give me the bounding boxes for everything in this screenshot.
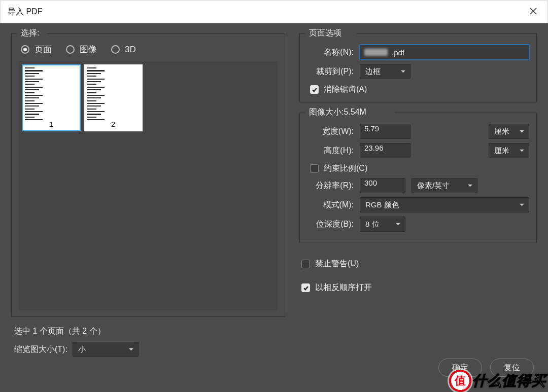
chevron-down-icon [519, 147, 525, 155]
close-icon [529, 6, 537, 18]
image-size-group: 图像大小:5.54M 宽度(W): 5.79 厘米 高度(H): 23.96 [299, 113, 537, 242]
chevron-down-icon [519, 127, 525, 136]
name-label: 名称(N): [307, 47, 354, 58]
name-value: .pdf [392, 48, 404, 57]
resolution-unit-value: 像素/英寸 [417, 181, 450, 191]
name-input[interactable]: .pdf [360, 45, 529, 60]
constrain-label: 约束比例(C) [324, 163, 367, 174]
antialias-label: 消除锯齿(A) [324, 84, 367, 95]
chevron-down-icon [395, 220, 401, 229]
suppress-warnings-label: 禁止警告(U) [315, 259, 359, 269]
redacted-text [364, 49, 388, 56]
page-thumbnail[interactable]: 1 [22, 64, 81, 131]
width-input[interactable]: 5.79 [360, 124, 410, 139]
ok-button[interactable]: 确定 [438, 359, 482, 377]
bitdepth-label: 位深度(B): [307, 219, 354, 230]
reset-button[interactable]: 复位 [490, 359, 534, 377]
mode-value: RGB 颜色 [365, 200, 399, 210]
dialog-body: 选择: 页面 图像 3D [0, 23, 548, 392]
bitdepth-value: 8 位 [365, 220, 380, 229]
select-legend: 选择: [19, 28, 41, 39]
chevron-down-icon [467, 182, 473, 190]
radio-dot-icon [66, 45, 75, 54]
width-label: 宽度(W): [307, 126, 354, 137]
antialias-checkbox[interactable] [310, 85, 319, 94]
radio-3d-label: 3D [125, 45, 136, 55]
height-input[interactable]: 23.96 [360, 143, 410, 158]
resolution-unit-select[interactable]: 像素/英寸 [412, 178, 477, 193]
mode-select[interactable]: RGB 颜色 [360, 197, 529, 212]
height-unit-value: 厘米 [494, 146, 509, 156]
chevron-down-icon [519, 201, 525, 209]
dialog-button-row: 确定 复位 [438, 359, 534, 377]
select-radio-row: 页面 图像 3D [19, 41, 278, 61]
page-options-group: 页面选项 名称(N): .pdf 裁剪到(P): 边框 [299, 33, 537, 102]
height-label: 高度(H): [307, 146, 354, 156]
crop-label: 裁剪到(P): [307, 66, 354, 77]
radio-images[interactable]: 图像 [66, 44, 97, 55]
thumb-size-select[interactable]: 小 [73, 342, 139, 357]
close-button[interactable] [526, 5, 540, 19]
resolution-input[interactable]: 300 [360, 178, 405, 193]
radio-pages-label: 页面 [35, 44, 52, 55]
height-unit-select[interactable]: 厘米 [489, 143, 529, 158]
page-thumbnail[interactable]: 2 [84, 64, 143, 131]
page-options-legend: 页面选项 [307, 28, 344, 39]
reverse-order-checkbox[interactable] [301, 283, 310, 292]
mode-label: 模式(M): [307, 200, 354, 210]
width-unit-value: 厘米 [494, 127, 509, 136]
thumbnail-area[interactable]: 1 2 [19, 61, 278, 310]
thumb-size-value: 小 [78, 345, 86, 354]
titlebar: 导入 PDF [0, 0, 548, 23]
image-size-legend: 图像大小:5.54M [307, 107, 368, 118]
select-group: 选择: 页面 图像 3D [11, 33, 285, 317]
suppress-warnings-checkbox[interactable] [301, 260, 310, 268]
reverse-order-label: 以相反顺序打开 [315, 282, 372, 293]
chevron-down-icon [400, 67, 406, 76]
radio-3d[interactable]: 3D [111, 45, 136, 55]
thumb-page-number: 2 [85, 120, 142, 128]
chevron-down-icon [128, 345, 134, 354]
bitdepth-select[interactable]: 8 位 [360, 217, 405, 232]
radio-images-label: 图像 [80, 44, 97, 55]
crop-value: 边框 [365, 67, 381, 77]
radio-dot-icon [21, 45, 29, 54]
selection-status: 选中 1 个页面（共 2 个） [11, 317, 285, 340]
thumb-page-number: 1 [23, 120, 80, 128]
radio-pages[interactable]: 页面 [21, 44, 52, 55]
crop-select[interactable]: 边框 [360, 64, 410, 79]
radio-dot-icon [111, 45, 120, 54]
misc-options: 禁止警告(U) 以相反顺序打开 [299, 253, 537, 295]
resolution-label: 分辨率(R): [307, 181, 354, 191]
thumb-size-label: 缩览图大小(T): [14, 344, 67, 355]
width-unit-select[interactable]: 厘米 [489, 124, 529, 139]
window-title: 导入 PDF [8, 7, 42, 17]
import-pdf-dialog: 导入 PDF 选择: 页面 [0, 0, 548, 392]
constrain-checkbox[interactable] [310, 164, 319, 173]
